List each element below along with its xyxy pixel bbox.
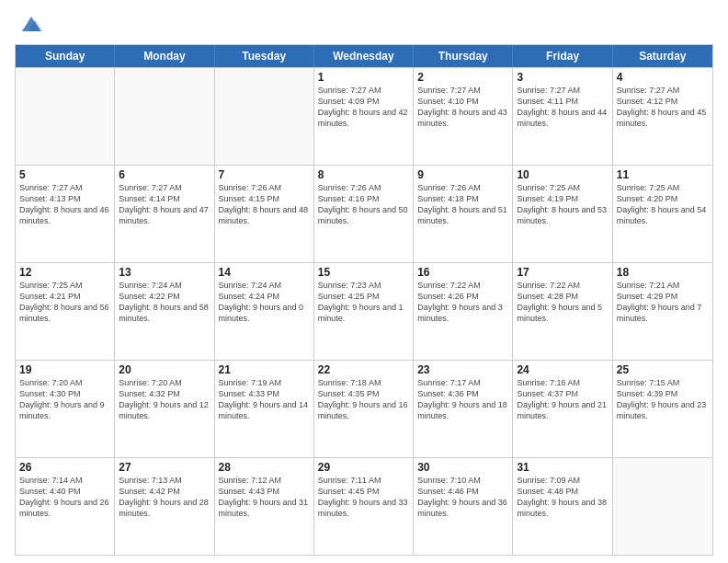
- header-day-thursday: Thursday: [414, 45, 513, 67]
- header-day-wednesday: Wednesday: [314, 45, 414, 67]
- header-day-friday: Friday: [513, 45, 612, 67]
- calendar-cell: 2Sunrise: 7:27 AM Sunset: 4:10 PM Daylig…: [414, 68, 513, 165]
- day-info: Sunrise: 7:26 AM Sunset: 4:18 PM Dayligh…: [417, 182, 508, 227]
- calendar-cell: 10Sunrise: 7:25 AM Sunset: 4:19 PM Dayli…: [513, 166, 612, 262]
- day-number: 10: [517, 168, 608, 181]
- day-info: Sunrise: 7:27 AM Sunset: 4:09 PM Dayligh…: [318, 85, 409, 130]
- header-day-sunday: Sunday: [16, 45, 115, 67]
- calendar-row-4: 26Sunrise: 7:14 AM Sunset: 4:40 PM Dayli…: [16, 457, 712, 555]
- day-info: Sunrise: 7:11 AM Sunset: 4:45 PM Dayligh…: [318, 475, 409, 520]
- day-number: 23: [417, 363, 508, 376]
- calendar-cell: 26Sunrise: 7:14 AM Sunset: 4:40 PM Dayli…: [16, 458, 115, 555]
- calendar-row-0: 1Sunrise: 7:27 AM Sunset: 4:09 PM Daylig…: [16, 67, 712, 165]
- day-info: Sunrise: 7:20 AM Sunset: 4:30 PM Dayligh…: [19, 377, 110, 422]
- calendar-cell: 16Sunrise: 7:22 AM Sunset: 4:26 PM Dayli…: [414, 263, 513, 360]
- calendar-cell: 5Sunrise: 7:27 AM Sunset: 4:13 PM Daylig…: [16, 166, 115, 262]
- calendar-cell: 21Sunrise: 7:19 AM Sunset: 4:33 PM Dayli…: [215, 361, 314, 457]
- calendar-cell: 8Sunrise: 7:26 AM Sunset: 4:16 PM Daylig…: [314, 166, 414, 262]
- calendar-cell: 14Sunrise: 7:24 AM Sunset: 4:24 PM Dayli…: [215, 263, 314, 360]
- day-info: Sunrise: 7:15 AM Sunset: 4:39 PM Dayligh…: [617, 377, 709, 422]
- calendar-cell: 27Sunrise: 7:13 AM Sunset: 4:42 PM Dayli…: [115, 458, 214, 555]
- day-number: 1: [318, 71, 409, 84]
- day-info: Sunrise: 7:25 AM Sunset: 4:20 PM Dayligh…: [617, 182, 709, 227]
- day-number: 16: [417, 266, 508, 279]
- day-info: Sunrise: 7:25 AM Sunset: 4:19 PM Dayligh…: [517, 182, 608, 227]
- calendar-header: SundayMondayTuesdayWednesdayThursdayFrid…: [16, 45, 712, 67]
- logo-icon: [18, 11, 44, 37]
- day-info: Sunrise: 7:27 AM Sunset: 4:14 PM Dayligh…: [119, 182, 210, 227]
- day-number: 25: [617, 363, 709, 376]
- logo: [15, 11, 44, 37]
- header-day-monday: Monday: [115, 45, 214, 67]
- calendar-cell: 19Sunrise: 7:20 AM Sunset: 4:30 PM Dayli…: [16, 361, 115, 457]
- calendar-row-2: 12Sunrise: 7:25 AM Sunset: 4:21 PM Dayli…: [16, 262, 712, 360]
- day-info: Sunrise: 7:24 AM Sunset: 4:24 PM Dayligh…: [219, 280, 310, 325]
- calendar-cell: 29Sunrise: 7:11 AM Sunset: 4:45 PM Dayli…: [314, 458, 414, 555]
- day-info: Sunrise: 7:27 AM Sunset: 4:12 PM Dayligh…: [617, 85, 709, 130]
- calendar-cell: 24Sunrise: 7:16 AM Sunset: 4:37 PM Dayli…: [513, 361, 612, 457]
- day-number: 24: [517, 363, 608, 376]
- calendar-cell: 12Sunrise: 7:25 AM Sunset: 4:21 PM Dayli…: [16, 263, 115, 360]
- day-info: Sunrise: 7:10 AM Sunset: 4:46 PM Dayligh…: [417, 475, 508, 520]
- calendar-cell: 6Sunrise: 7:27 AM Sunset: 4:14 PM Daylig…: [115, 166, 214, 262]
- calendar-cell: 4Sunrise: 7:27 AM Sunset: 4:12 PM Daylig…: [613, 68, 712, 165]
- day-number: 13: [119, 266, 210, 279]
- day-info: Sunrise: 7:16 AM Sunset: 4:37 PM Dayligh…: [517, 377, 608, 422]
- day-number: 15: [318, 266, 409, 279]
- calendar-cell: [613, 458, 712, 555]
- day-number: 12: [19, 266, 110, 279]
- calendar-cell: 22Sunrise: 7:18 AM Sunset: 4:35 PM Dayli…: [314, 361, 414, 457]
- calendar-row-3: 19Sunrise: 7:20 AM Sunset: 4:30 PM Dayli…: [16, 360, 712, 457]
- day-info: Sunrise: 7:25 AM Sunset: 4:21 PM Dayligh…: [19, 280, 110, 325]
- day-number: 18: [617, 266, 709, 279]
- day-number: 19: [19, 363, 110, 376]
- day-info: Sunrise: 7:27 AM Sunset: 4:11 PM Dayligh…: [517, 85, 608, 130]
- day-info: Sunrise: 7:09 AM Sunset: 4:48 PM Dayligh…: [517, 475, 608, 520]
- day-number: 7: [219, 168, 310, 181]
- day-number: 8: [318, 168, 409, 181]
- day-info: Sunrise: 7:17 AM Sunset: 4:36 PM Dayligh…: [417, 377, 508, 422]
- calendar-cell: 28Sunrise: 7:12 AM Sunset: 4:43 PM Dayli…: [215, 458, 314, 555]
- calendar-cell: 3Sunrise: 7:27 AM Sunset: 4:11 PM Daylig…: [513, 68, 612, 165]
- day-info: Sunrise: 7:23 AM Sunset: 4:25 PM Dayligh…: [318, 280, 409, 325]
- day-info: Sunrise: 7:27 AM Sunset: 4:10 PM Dayligh…: [417, 85, 508, 130]
- day-number: 30: [417, 461, 508, 474]
- calendar-cell: 18Sunrise: 7:21 AM Sunset: 4:29 PM Dayli…: [613, 263, 712, 360]
- calendar: SundayMondayTuesdayWednesdayThursdayFrid…: [15, 44, 713, 556]
- day-info: Sunrise: 7:13 AM Sunset: 4:42 PM Dayligh…: [119, 475, 210, 520]
- day-number: 21: [219, 363, 310, 376]
- day-number: 20: [119, 363, 210, 376]
- calendar-cell: [115, 68, 214, 165]
- day-number: 26: [19, 461, 110, 474]
- day-number: 14: [219, 266, 310, 279]
- day-number: 3: [517, 71, 608, 84]
- calendar-cell: 20Sunrise: 7:20 AM Sunset: 4:32 PM Dayli…: [115, 361, 214, 457]
- day-number: 27: [119, 461, 210, 474]
- calendar-cell: 31Sunrise: 7:09 AM Sunset: 4:48 PM Dayli…: [513, 458, 612, 555]
- calendar-cell: 1Sunrise: 7:27 AM Sunset: 4:09 PM Daylig…: [314, 68, 414, 165]
- calendar-cell: 15Sunrise: 7:23 AM Sunset: 4:25 PM Dayli…: [314, 263, 414, 360]
- calendar-cell: 17Sunrise: 7:22 AM Sunset: 4:28 PM Dayli…: [513, 263, 612, 360]
- day-number: 11: [617, 168, 709, 181]
- day-number: 28: [219, 461, 310, 474]
- calendar-cell: 13Sunrise: 7:24 AM Sunset: 4:22 PM Dayli…: [115, 263, 214, 360]
- calendar-cell: 30Sunrise: 7:10 AM Sunset: 4:46 PM Dayli…: [414, 458, 513, 555]
- day-number: 9: [417, 168, 508, 181]
- calendar-cell: 25Sunrise: 7:15 AM Sunset: 4:39 PM Dayli…: [613, 361, 712, 457]
- day-info: Sunrise: 7:26 AM Sunset: 4:16 PM Dayligh…: [318, 182, 409, 227]
- day-info: Sunrise: 7:27 AM Sunset: 4:13 PM Dayligh…: [19, 182, 110, 227]
- day-number: 31: [517, 461, 608, 474]
- header-day-tuesday: Tuesday: [215, 45, 314, 67]
- calendar-cell: 23Sunrise: 7:17 AM Sunset: 4:36 PM Dayli…: [414, 361, 513, 457]
- day-number: 5: [19, 168, 110, 181]
- day-info: Sunrise: 7:22 AM Sunset: 4:26 PM Dayligh…: [417, 280, 508, 325]
- day-info: Sunrise: 7:14 AM Sunset: 4:40 PM Dayligh…: [19, 475, 110, 520]
- day-number: 29: [318, 461, 409, 474]
- day-info: Sunrise: 7:22 AM Sunset: 4:28 PM Dayligh…: [517, 280, 608, 325]
- calendar-cell: 7Sunrise: 7:26 AM Sunset: 4:15 PM Daylig…: [215, 166, 314, 262]
- day-number: 6: [119, 168, 210, 181]
- page-container: SundayMondayTuesdayWednesdayThursdayFrid…: [0, 0, 728, 563]
- day-info: Sunrise: 7:19 AM Sunset: 4:33 PM Dayligh…: [219, 377, 310, 422]
- calendar-cell: [215, 68, 314, 165]
- calendar-body: 1Sunrise: 7:27 AM Sunset: 4:09 PM Daylig…: [16, 67, 712, 555]
